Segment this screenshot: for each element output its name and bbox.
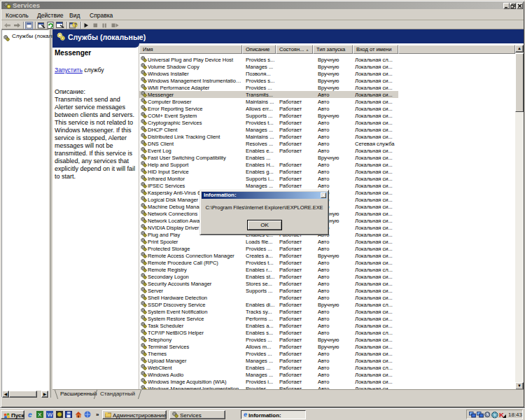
- svg-text:X: X: [38, 412, 42, 418]
- svg-text:?: ?: [74, 22, 77, 28]
- svg-text:W: W: [48, 412, 53, 418]
